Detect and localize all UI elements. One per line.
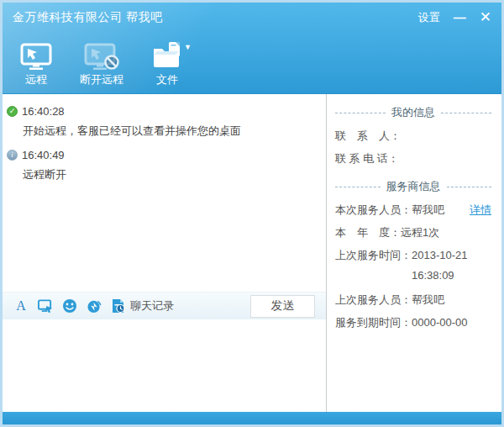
main-area: ✓ 16:40:28 开始远程，客服已经可以查看并操作您的桌面 i 16:40:… xyxy=(3,94,501,412)
header: 金万维科技有限公司 帮我吧 设置 — ✕ 远程 xyxy=(3,3,501,94)
chat-history-button[interactable]: 聊天记录 xyxy=(111,298,174,314)
contact-person-label: 联 系 人： xyxy=(335,124,401,147)
app-window: 金万维科技有限公司 帮我吧 设置 — ✕ 远程 xyxy=(0,0,504,427)
provider-section-title: 服务商信息 xyxy=(335,175,491,198)
disconnect-label: 断开远程 xyxy=(80,72,123,87)
dashed-divider xyxy=(335,187,381,187)
window-controls: 设置 — ✕ xyxy=(418,10,491,25)
last-service-time-label: 上次服务时间： xyxy=(335,244,412,266)
remote-monitor-icon xyxy=(20,40,52,70)
message-header: i 16:40:49 xyxy=(7,145,319,165)
message-input[interactable] xyxy=(3,319,326,412)
composer-toolbar: A xyxy=(3,292,326,319)
file-label: 文件 xyxy=(156,72,178,87)
last-agent-value: 帮我吧 xyxy=(412,288,444,311)
my-info-section-title: 我的信息 xyxy=(335,101,491,124)
current-agent-row: 本次服务人员： 帮我吧 详情 xyxy=(335,198,491,221)
status-bar xyxy=(3,412,501,424)
this-year-row: 本 年 度： 远程1次 xyxy=(335,221,491,244)
message-time: 16:40:49 xyxy=(22,149,65,161)
info-icon: i xyxy=(7,150,18,161)
my-info-title-text: 我的信息 xyxy=(391,105,435,120)
this-year-value: 远程1次 xyxy=(401,221,439,244)
remote-label: 远程 xyxy=(25,72,47,87)
dashed-divider xyxy=(335,113,386,113)
message-list[interactable]: ✓ 16:40:28 开始远程，客服已经可以查看并操作您的桌面 i 16:40:… xyxy=(3,94,326,292)
message-text: 远程断开 xyxy=(7,165,319,188)
details-link[interactable]: 详情 xyxy=(470,198,491,221)
file-button[interactable]: ▼ 文件 xyxy=(147,40,187,87)
chat-history-icon xyxy=(111,298,126,314)
service-expiry-label: 服务到期时间： xyxy=(335,311,412,334)
this-year-label: 本 年 度： xyxy=(335,221,401,244)
file-folder-icon: ▼ xyxy=(151,40,183,70)
contact-phone-label: 联 系 电 话： xyxy=(335,147,399,170)
last-service-time-row: 上次服务时间： 2013-10-21 16:38:09 xyxy=(335,244,491,288)
window-title: 金万维科技有限公司 帮我吧 xyxy=(13,10,418,25)
service-expiry-row: 服务到期时间： 0000-00-00 xyxy=(335,311,491,334)
current-agent-value: 帮我吧 xyxy=(412,198,444,221)
service-expiry-value: 0000-00-00 xyxy=(412,311,468,334)
last-service-clock: 16:38:09 xyxy=(412,266,468,288)
last-agent-label: 上次服务人员： xyxy=(335,288,412,311)
screen-capture-icon[interactable] xyxy=(38,298,53,314)
last-service-time-value: 2013-10-21 16:38:09 xyxy=(412,244,468,288)
settings-button[interactable]: 设置 xyxy=(418,10,440,25)
current-agent-label: 本次服务人员： xyxy=(335,198,412,221)
dashed-divider xyxy=(447,187,492,187)
disconnect-remote-button[interactable]: 断开远程 xyxy=(80,40,123,87)
close-button[interactable]: ✕ xyxy=(480,12,491,24)
chat-history-label: 聊天记录 xyxy=(130,298,174,314)
send-button[interactable]: 发送 xyxy=(250,295,315,318)
contact-person-row: 联 系 人： xyxy=(335,124,491,147)
contact-phone-row: 联 系 电 话： xyxy=(335,147,491,170)
toolbar: 远程 断开远程 xyxy=(3,33,501,87)
last-service-date: 2013-10-21 xyxy=(412,244,468,266)
dashed-divider xyxy=(441,113,491,113)
success-icon: ✓ xyxy=(7,106,18,117)
remote-button[interactable]: 远程 xyxy=(16,40,56,87)
message-time: 16:40:28 xyxy=(22,105,65,118)
chat-column: ✓ 16:40:28 开始远程，客服已经可以查看并操作您的桌面 i 16:40:… xyxy=(3,94,327,412)
font-glyph: A xyxy=(16,299,26,313)
message: i 16:40:49 远程断开 xyxy=(7,145,319,188)
last-agent-row: 上次服务人员： 帮我吧 xyxy=(335,288,491,311)
message-header: ✓ 16:40:28 xyxy=(7,101,319,121)
file-dropdown-caret-icon[interactable]: ▼ xyxy=(184,43,192,51)
info-panel: 我的信息 联 系 人： 联 系 电 话： 服务商信息 本次服务人员： 帮我吧 详 xyxy=(327,94,501,412)
disconnect-monitor-icon xyxy=(84,40,119,70)
message-text: 开始远程，客服已经可以查看并操作您的桌面 xyxy=(7,121,319,145)
font-icon[interactable]: A xyxy=(13,298,29,314)
title-bar[interactable]: 金万维科技有限公司 帮我吧 设置 — ✕ xyxy=(3,3,501,33)
message: ✓ 16:40:28 开始远程，客服已经可以查看并操作您的桌面 xyxy=(7,101,319,145)
provider-title-text: 服务商信息 xyxy=(386,179,441,194)
emoji-icon[interactable] xyxy=(62,298,77,314)
shake-window-icon[interactable] xyxy=(87,298,102,314)
minimize-button[interactable]: — xyxy=(454,13,466,22)
